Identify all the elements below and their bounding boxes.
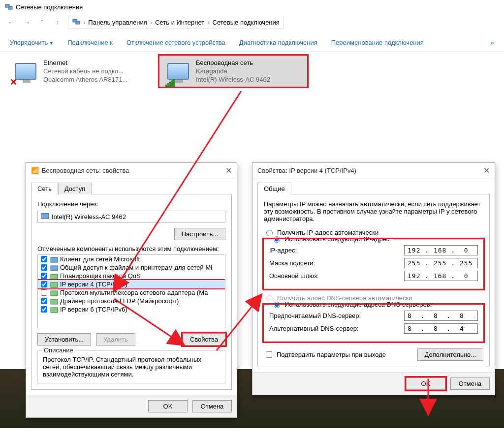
gateway-label: Основной шлюз:: [269, 272, 319, 280]
connections-list: ✕ Ethernet Сетевой кабель не подкл... Qu…: [0, 52, 504, 91]
organize-menu[interactable]: Упорядочить▼: [10, 39, 54, 46]
list-item-ipv4[interactable]: IP версии 4 (TCP/IPv4): [38, 280, 225, 288]
connection-status: Karaganda: [196, 67, 270, 75]
connection-status: Сетевой кабель не подкл...: [43, 67, 127, 75]
components-listbox[interactable]: Клиент для сетей Microsoft Общий доступ …: [37, 254, 225, 328]
dns2-input[interactable]: [404, 323, 478, 334]
item-checkbox[interactable]: [41, 281, 47, 287]
protocol-icon: [50, 289, 58, 296]
svg-rect-7: [51, 274, 58, 279]
overflow-button[interactable]: »: [491, 39, 494, 46]
install-button[interactable]: Установить...: [37, 333, 91, 346]
connection-properties-dialog: 📶Беспроводная сеть: свойства ✕ Сеть Дост…: [26, 162, 237, 418]
connection-name: Ethernet: [43, 59, 127, 67]
connection-name: Беспроводная сеть: [196, 59, 270, 67]
properties-button[interactable]: Свойства: [183, 333, 225, 346]
breadcrumb-item[interactable]: Сеть и Интернет: [155, 19, 204, 26]
svg-rect-9: [51, 291, 58, 296]
radio-manual-ip[interactable]: Использовать следующий IP-адрес:: [269, 235, 393, 243]
command-bar: Упорядочить▼ Подключение к Отключение се…: [0, 34, 504, 52]
list-item[interactable]: Клиент для сетей Microsoft: [38, 255, 225, 263]
nav-up-button[interactable]: ↑: [52, 17, 63, 28]
close-button[interactable]: ✕: [483, 166, 490, 175]
network-icon: [5, 3, 13, 11]
nav-recent-button[interactable]: ˅: [36, 17, 47, 28]
disable-device-button[interactable]: Отключение сетевого устройства: [126, 39, 225, 46]
cancel-button[interactable]: Отмена: [192, 400, 232, 412]
checkbox-input[interactable]: [266, 351, 272, 358]
advanced-button[interactable]: Дополнительно...: [417, 348, 483, 361]
nav-forward-button[interactable]: →: [21, 17, 32, 28]
connection-ethernet[interactable]: ✕ Ethernet Сетевой кабель не подкл... Qu…: [7, 56, 155, 87]
item-checkbox[interactable]: [41, 306, 47, 313]
cancel-button[interactable]: Отмена: [450, 378, 490, 390]
rename-button[interactable]: Переименование подключения: [331, 39, 424, 46]
remove-button: Удалить: [96, 333, 135, 346]
checkbox-label: Подтвердить параметры при выходе: [277, 351, 386, 358]
dns1-label: Предпочитаемый DNS-сервер:: [269, 312, 361, 319]
adapter-name: Intel(R) Wireless-AC 9462: [52, 213, 126, 220]
protocol-icon: [50, 298, 58, 305]
description-text: Протокол TCP/IP. Стандартный протокол гл…: [43, 356, 220, 378]
list-item[interactable]: IP версии 6 (TCP/IPv6): [38, 305, 225, 314]
svg-rect-11: [51, 308, 58, 313]
breadcrumb[interactable]: › Панель управления › Сеть и Интернет › …: [68, 16, 284, 29]
item-checkbox[interactable]: [41, 264, 47, 271]
list-item[interactable]: Протокол мультиплексора сетевого адаптер…: [38, 288, 225, 297]
connect-to-button[interactable]: Подключение к: [67, 39, 113, 46]
tab-network[interactable]: Сеть: [31, 183, 58, 194]
close-button[interactable]: ✕: [225, 166, 232, 175]
radio-manual-dns[interactable]: Использовать следующие адреса DNS-сервер…: [269, 300, 434, 308]
address-bar: ← → ˅ ↑ › Панель управления › Сеть и Инт…: [0, 14, 504, 34]
nav-back-button[interactable]: ←: [5, 17, 16, 28]
item-checkbox[interactable]: [41, 289, 47, 296]
list-item[interactable]: Общий доступ к файлам и принтерам для се…: [38, 263, 225, 272]
item-checkbox[interactable]: [41, 273, 47, 279]
list-item[interactable]: Планировщик пакетов QoS: [38, 272, 225, 280]
radio-label: Использовать следующие адреса DNS-сервер…: [284, 301, 432, 308]
protocol-icon: [50, 273, 58, 280]
ip-label: IP-адрес:: [269, 247, 297, 254]
mask-label: Маска подсети:: [269, 259, 315, 267]
radio-input[interactable]: [274, 236, 280, 243]
breadcrumb-item[interactable]: Сетевые подключения: [213, 19, 280, 26]
dialog-icon: 📶: [31, 167, 39, 174]
ipv4-properties-dialog: Свойства: IP версии 4 (TCP/IPv4) ✕ Общие…: [252, 162, 495, 395]
ok-button[interactable]: OK: [406, 378, 445, 390]
gateway-input[interactable]: [404, 271, 478, 281]
breadcrumb-item[interactable]: Панель управления: [88, 19, 147, 26]
validate-checkbox[interactable]: Подтвердить параметры при выходе: [264, 350, 386, 359]
svg-rect-3: [76, 21, 80, 24]
wifi-icon: [164, 59, 192, 84]
connection-device: Intel(R) Wireless-AC 9462: [196, 75, 270, 84]
dialog-title: Беспроводная сеть: свойства: [42, 167, 129, 174]
ethernet-icon: ✕: [12, 59, 39, 84]
adapter-field: Intel(R) Wireless-AC 9462: [37, 211, 225, 223]
connection-device: Qualcomm Atheros AR8171...: [43, 75, 127, 84]
chevron-right-icon: ›: [150, 19, 152, 26]
diagnose-button[interactable]: Диагностика подключения: [239, 39, 317, 46]
error-x-icon: ✕: [10, 77, 17, 88]
mask-input[interactable]: [404, 258, 478, 268]
ok-button[interactable]: OK: [148, 400, 188, 412]
protocol-icon: [50, 306, 58, 313]
list-item[interactable]: Драйвер протокола LLDP (Майкрософт): [38, 297, 225, 305]
chevron-right-icon: ›: [207, 19, 209, 26]
ip-input[interactable]: [404, 245, 478, 255]
tab-access[interactable]: Доступ: [58, 183, 92, 194]
svg-rect-5: [51, 257, 58, 262]
tab-general[interactable]: Общие: [257, 183, 291, 194]
configure-button[interactable]: Настроить...: [174, 228, 225, 240]
item-label: Драйвер протокола LLDP (Майкрософт): [60, 297, 179, 305]
window-titlebar: Сетевые подключения: [0, 0, 504, 14]
connection-wifi[interactable]: Беспроводная сеть Karaganda Intel(R) Wir…: [159, 56, 307, 87]
connect-via-label: Подключение через:: [37, 200, 225, 208]
item-label: Планировщик пакетов QoS: [60, 272, 141, 280]
intro-text: Параметры IP можно назначать автоматичес…: [264, 200, 483, 222]
svg-rect-1: [8, 6, 12, 9]
item-checkbox[interactable]: [41, 298, 47, 304]
radio-input[interactable]: [274, 302, 280, 308]
item-checkbox[interactable]: [41, 256, 47, 262]
dns1-input[interactable]: [404, 311, 478, 321]
manual-dns-group: Использовать следующие адреса DNS-сервер…: [264, 305, 483, 342]
